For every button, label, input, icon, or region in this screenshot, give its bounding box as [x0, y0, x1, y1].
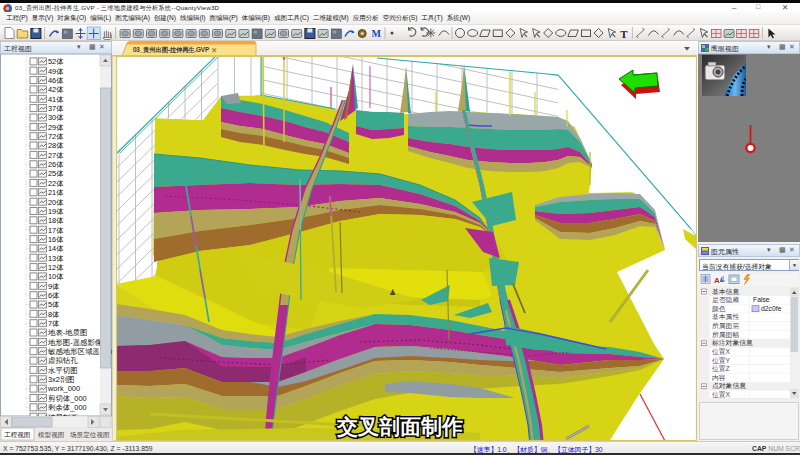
svg-text:位置X: 位置X: [712, 391, 731, 398]
svg-text:基本属性: 基本属性: [712, 313, 739, 320]
svg-text:d2c0fe: d2c0fe: [761, 305, 782, 312]
svg-text:所属图层: 所属图层: [712, 322, 739, 330]
svg-text:点对象信息: 点对象信息: [712, 382, 746, 390]
svg-text:25体: 25体: [48, 169, 64, 178]
svg-text:T: T: [620, 28, 628, 40]
svg-text:3x2剖图: 3x2剖图: [48, 375, 75, 384]
svg-text:10体: 10体: [48, 272, 64, 281]
svg-text:内容: 内容: [712, 374, 726, 382]
svg-text:18体: 18体: [48, 216, 64, 225]
svg-text:✕: ✕: [211, 46, 217, 55]
svg-text:M: M: [371, 28, 381, 39]
svg-text:地表-地质图: 地表-地质图: [47, 328, 87, 337]
svg-text:A: A: [714, 276, 720, 285]
svg-text:剩余体_000: 剩余体_000: [48, 403, 87, 412]
svg-text:7体: 7体: [48, 319, 60, 328]
svg-text:26体: 26体: [48, 160, 64, 169]
svg-text:46体: 46体: [48, 76, 64, 85]
svg-text:8体: 8体: [48, 310, 60, 319]
svg-text:21体: 21体: [48, 188, 64, 197]
svg-text:29体: 29体: [48, 123, 64, 132]
svg-text:颜色: 颜色: [712, 305, 726, 312]
svg-text:场景定位视图: 场景定位视图: [69, 431, 110, 439]
svg-text:72体: 72体: [48, 132, 64, 141]
svg-text:False: False: [753, 296, 770, 303]
svg-text:20体: 20体: [48, 198, 64, 207]
svg-text:work_000: work_000: [47, 384, 80, 393]
svg-text:49体: 49体: [48, 67, 64, 76]
svg-text:27体: 27体: [48, 151, 64, 160]
svg-text:位置Y: 位置Y: [712, 357, 731, 364]
svg-text:14体: 14体: [48, 244, 64, 253]
svg-text:位置Z: 位置Z: [712, 365, 730, 372]
svg-text:所属图幅: 所属图幅: [712, 331, 739, 339]
svg-text:虚拟钻孔: 虚拟钻孔: [48, 356, 78, 365]
svg-text:9体: 9体: [48, 282, 60, 291]
svg-text:30体: 30体: [48, 113, 64, 122]
svg-text:剪切体_000: 剪切体_000: [48, 394, 87, 403]
svg-text:13体: 13体: [48, 254, 64, 263]
svg-text:是否隐藏: 是否隐藏: [712, 296, 739, 304]
svg-text:基本信息: 基本信息: [712, 288, 739, 296]
svg-text:6体: 6体: [48, 291, 60, 300]
svg-text:标注对象信息: 标注对象信息: [711, 339, 753, 347]
svg-text:28体: 28体: [48, 141, 64, 150]
svg-text:17体: 17体: [48, 226, 64, 235]
svg-text:42体: 42体: [48, 85, 64, 94]
svg-text:16体: 16体: [48, 235, 64, 244]
svg-text:水平切图: 水平切图: [48, 366, 78, 375]
svg-text:模型视图: 模型视图: [38, 431, 64, 439]
svg-text:12体: 12体: [48, 263, 64, 272]
svg-text:41体: 41体: [48, 95, 64, 104]
svg-text:03_贵州出图-拉伸再生.GVP: 03_贵州出图-拉伸再生.GVP: [133, 46, 210, 54]
svg-text:5体: 5体: [48, 300, 60, 309]
svg-text:37体: 37体: [48, 104, 64, 113]
svg-text:工程视图: 工程视图: [4, 431, 30, 439]
svg-text:52体: 52体: [48, 57, 64, 66]
svg-text:地形图-遥感影像: 地形图-遥感影像: [47, 338, 103, 347]
svg-text:位置X: 位置X: [712, 348, 731, 355]
svg-text:19体: 19体: [48, 207, 64, 216]
svg-text:22体: 22体: [48, 179, 64, 188]
